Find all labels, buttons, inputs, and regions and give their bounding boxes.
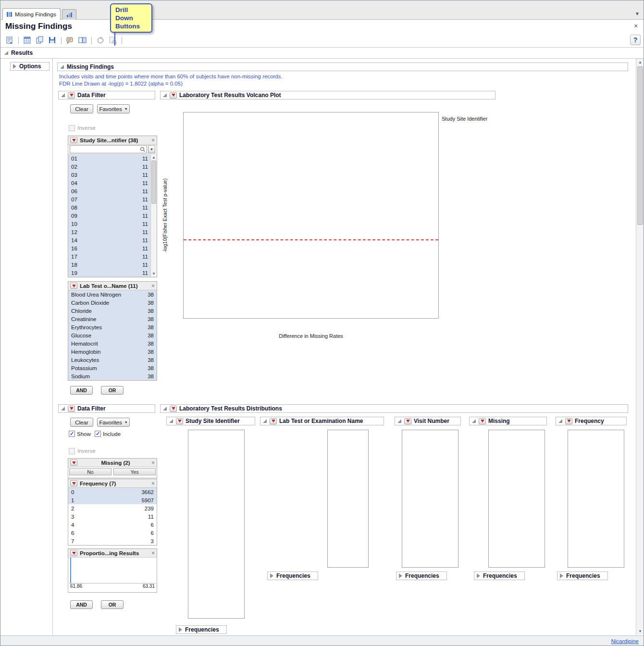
include-checkbox[interactable]: ✓ — [95, 431, 101, 437]
list-item[interactable]: 66 — [68, 529, 157, 537]
list-item[interactable]: Leukocytes38 — [68, 356, 157, 364]
list-item[interactable]: 1411 — [68, 236, 151, 244]
red-triangle-menu-icon[interactable] — [170, 406, 177, 412]
list-item[interactable]: 0311 — [68, 171, 151, 179]
or-button[interactable]: OR — [101, 386, 124, 395]
disclosure-open-icon[interactable] — [61, 407, 65, 410]
list-item[interactable]: 73 — [68, 537, 157, 545]
disclosure-open-icon[interactable] — [61, 93, 65, 97]
proportion-filter-header[interactable]: Proportio...ing Results × — [68, 549, 157, 558]
red-triangle-menu-icon[interactable] — [70, 283, 77, 289]
disclosure-open-icon[interactable] — [558, 419, 562, 423]
disclosure-closed-icon[interactable] — [270, 573, 273, 578]
lab-filter-header[interactable]: Lab Test o...Name (11) × — [68, 282, 157, 290]
list-item[interactable]: 0211 — [68, 162, 151, 171]
window-menu-caret[interactable]: ▼ — [635, 11, 640, 16]
disclosure-closed-icon[interactable] — [399, 573, 402, 578]
red-triangle-menu-icon[interactable] — [270, 418, 277, 424]
copy-icon[interactable] — [35, 35, 45, 46]
list-item[interactable]: Blood Urea Nitrogen38 — [68, 290, 157, 298]
help-icon[interactable]: ? — [630, 35, 641, 45]
visit-dist-plot[interactable] — [402, 430, 458, 568]
red-triangle-menu-icon[interactable] — [70, 480, 77, 486]
red-triangle-menu-icon[interactable] — [70, 550, 77, 556]
close-icon[interactable]: × — [151, 460, 155, 466]
lab-dist-plot[interactable] — [327, 430, 369, 568]
red-triangle-menu-icon[interactable] — [176, 418, 183, 424]
disclosure-open-icon[interactable] — [60, 65, 64, 69]
missing-dist-header[interactable]: Missing — [469, 417, 547, 425]
list-item[interactable]: Potassium38 — [68, 364, 157, 372]
results-outline[interactable]: Results — [4, 50, 33, 56]
scroll-up-icon[interactable]: ▲ — [151, 155, 157, 160]
frequency-dist-plot[interactable] — [568, 430, 624, 568]
list-item[interactable]: 15907 — [68, 496, 157, 504]
red-triangle-menu-icon[interactable] — [68, 406, 75, 412]
list-item[interactable]: 03662 — [68, 488, 157, 496]
frequency-dist-header[interactable]: Frequency — [556, 417, 627, 425]
annotation-icon[interactable] — [65, 35, 75, 46]
proportion-histogram[interactable] — [69, 558, 156, 584]
close-icon[interactable]: × — [151, 137, 155, 144]
disclosure-open-icon[interactable] — [472, 419, 476, 423]
dataset-link[interactable]: Nicardipine — [611, 638, 639, 644]
disclosure-open-icon[interactable] — [4, 51, 8, 55]
list-item[interactable]: Erythrocytes38 — [68, 323, 157, 331]
close-icon[interactable]: × — [151, 283, 155, 289]
list-item[interactable]: 1211 — [68, 228, 151, 236]
frequency-frequencies-button[interactable]: Frequencies — [557, 571, 608, 580]
disclosure-open-icon[interactable] — [169, 419, 173, 423]
options-panel-header[interactable]: Options — [10, 62, 50, 71]
list-item[interactable]: 1711 — [68, 252, 151, 261]
list-item[interactable]: 0911 — [68, 211, 151, 220]
inverse-checkbox-2[interactable] — [69, 448, 75, 454]
missing-frequencies-button[interactable]: Frequencies — [474, 571, 525, 580]
scroll-down-icon[interactable]: ▼ — [151, 272, 157, 276]
list-item[interactable]: 1911 — [68, 269, 151, 277]
lab-frequencies-button[interactable]: Frequencies — [267, 571, 318, 580]
and-button-2[interactable]: AND — [70, 600, 93, 609]
red-triangle-menu-icon[interactable] — [565, 418, 572, 424]
list-item[interactable]: Glucose38 — [68, 331, 157, 339]
search-options-dropdown[interactable]: ▼ — [148, 145, 155, 153]
red-triangle-menu-icon[interactable] — [404, 418, 411, 424]
and-button[interactable]: AND — [70, 386, 93, 395]
data-filter-header[interactable]: Data Filter — [58, 91, 155, 99]
lab-dist-header[interactable]: Lab Test or Examination Name — [260, 417, 384, 425]
disclosure-closed-icon[interactable] — [179, 627, 182, 632]
main-scrollbar[interactable]: ▲ ▼ — [636, 59, 644, 635]
show-checkbox[interactable]: ✓ — [69, 431, 75, 437]
report-export-icon[interactable] — [4, 35, 15, 46]
list-item[interactable]: 0611 — [68, 187, 151, 195]
site-dist-header[interactable]: Study Site Identifier — [166, 417, 255, 425]
distributions-header[interactable]: Laboratory Test Results Distributions — [160, 404, 628, 413]
scrollbar-thumb[interactable] — [637, 66, 643, 225]
site-frequencies-button[interactable]: Frequencies — [176, 625, 227, 634]
missing-yes-button[interactable]: Yes — [113, 468, 156, 475]
disclosure-closed-icon[interactable] — [560, 573, 563, 578]
clear-button[interactable]: Clear — [70, 104, 93, 113]
red-triangle-menu-icon[interactable] — [68, 92, 75, 99]
missing-filter-header[interactable]: Missing (2) × — [68, 459, 157, 467]
disclosure-closed-icon[interactable] — [13, 64, 16, 69]
journal-icon[interactable] — [22, 35, 33, 46]
scroll-up-icon[interactable]: ▲ — [636, 60, 644, 64]
visit-frequencies-button[interactable]: Frequencies — [396, 571, 447, 580]
volcano-header[interactable]: Laboratory Test Results Volcano Plot — [160, 91, 495, 99]
red-triangle-menu-icon[interactable] — [70, 137, 77, 143]
list-item[interactable]: 0811 — [68, 203, 151, 211]
close-icon[interactable]: × — [151, 480, 155, 487]
list-item[interactable]: 2239 — [68, 504, 157, 512]
red-triangle-menu-icon[interactable] — [170, 92, 177, 99]
site-dist-plot[interactable] — [188, 430, 245, 619]
list-item[interactable]: 46 — [68, 521, 157, 529]
red-triangle-menu-icon[interactable] — [70, 460, 77, 466]
favorites-button-2[interactable]: Favorites▼ — [97, 418, 130, 427]
volcano-plot-area[interactable] — [183, 112, 439, 319]
list-item[interactable]: 0111 — [68, 154, 151, 162]
save-icon[interactable] — [47, 35, 58, 46]
missing-dist-plot[interactable] — [488, 430, 545, 568]
visit-dist-header[interactable]: Visit Number — [395, 417, 461, 425]
disclosure-open-icon[interactable] — [163, 93, 167, 97]
site-filter-header[interactable]: Study Site...ntifier (38) × — [68, 136, 157, 145]
